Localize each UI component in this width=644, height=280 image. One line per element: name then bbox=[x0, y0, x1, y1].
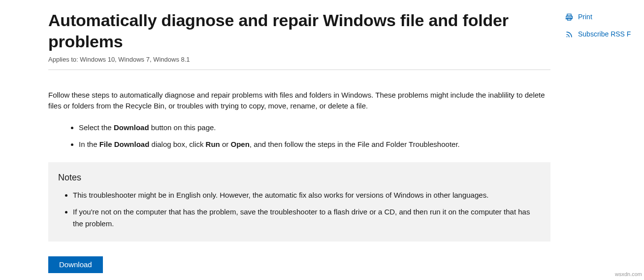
notes-list: This troubleshooter might be in English … bbox=[58, 189, 541, 230]
download-button[interactable]: Download bbox=[48, 256, 103, 273]
applies-to-line: Applies to: Windows 10, Windows 7, Windo… bbox=[48, 55, 550, 70]
step-text: Select the bbox=[79, 123, 114, 132]
step-text: dialog box, click bbox=[149, 140, 205, 148]
page-root: Automatically diagnose and repair Window… bbox=[0, 0, 644, 280]
subscribe-rss-link[interactable]: Subscribe RSS F bbox=[565, 27, 644, 44]
side-actions: Print Subscribe RSS F bbox=[565, 10, 644, 44]
step-text: , and then follow the steps in the File … bbox=[250, 140, 460, 148]
bold-text: File Download bbox=[99, 140, 150, 148]
step-text: In the bbox=[79, 140, 99, 148]
rss-label: Subscribe RSS F bbox=[578, 29, 631, 39]
note-item: This troubleshooter might be in English … bbox=[73, 189, 541, 201]
print-link[interactable]: Print bbox=[565, 10, 644, 27]
bold-text: Open bbox=[230, 140, 249, 148]
note-item: If you're not on the computer that has t… bbox=[73, 206, 541, 230]
svg-rect-1 bbox=[566, 16, 572, 19]
intro-paragraph: Follow these steps to automatically diag… bbox=[48, 90, 550, 112]
page-title: Automatically diagnose and repair Window… bbox=[48, 10, 550, 52]
bold-text: Download bbox=[114, 123, 149, 132]
rss-icon bbox=[565, 31, 573, 38]
main-content: Automatically diagnose and repair Window… bbox=[0, 10, 565, 280]
print-label: Print bbox=[578, 12, 592, 22]
step-text: button on this page. bbox=[149, 123, 216, 132]
bold-text: Run bbox=[206, 140, 220, 148]
notes-heading: Notes bbox=[58, 171, 541, 184]
steps-list: Select the Download button on this page.… bbox=[48, 122, 550, 150]
svg-point-3 bbox=[567, 36, 568, 37]
print-icon bbox=[565, 13, 573, 21]
step-item: In the File Download dialog box, click R… bbox=[79, 139, 550, 150]
notes-box: Notes This troubleshooter might be in En… bbox=[48, 162, 550, 242]
step-text: or bbox=[220, 140, 231, 148]
step-item: Select the Download button on this page. bbox=[79, 122, 550, 134]
watermark: wsxdn.com bbox=[615, 270, 642, 279]
header-divider bbox=[48, 70, 550, 70]
